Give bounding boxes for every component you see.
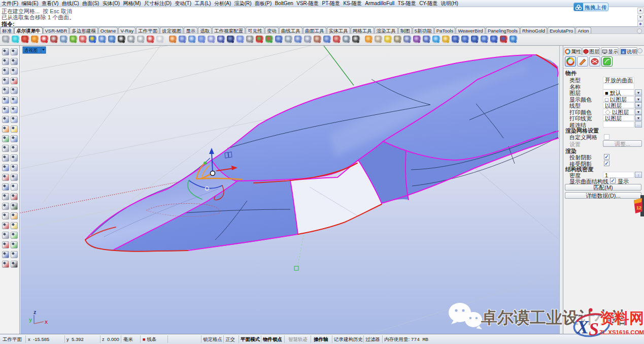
svg-text:ZL.XS1616.COM: ZL.XS1616.COM xyxy=(599,329,644,335)
svg-text:透视图: 透视图 xyxy=(24,48,38,53)
svg-text:x: x xyxy=(45,319,48,325)
svg-text:a: a xyxy=(622,50,624,54)
svg-text:X: X xyxy=(576,317,589,337)
svg-text:y: y xyxy=(29,317,32,323)
svg-text:资料网: 资料网 xyxy=(600,310,644,326)
svg-text:12: 12 xyxy=(636,205,641,210)
svg-text:z: z xyxy=(33,309,37,315)
svg-text:S: S xyxy=(589,319,599,339)
